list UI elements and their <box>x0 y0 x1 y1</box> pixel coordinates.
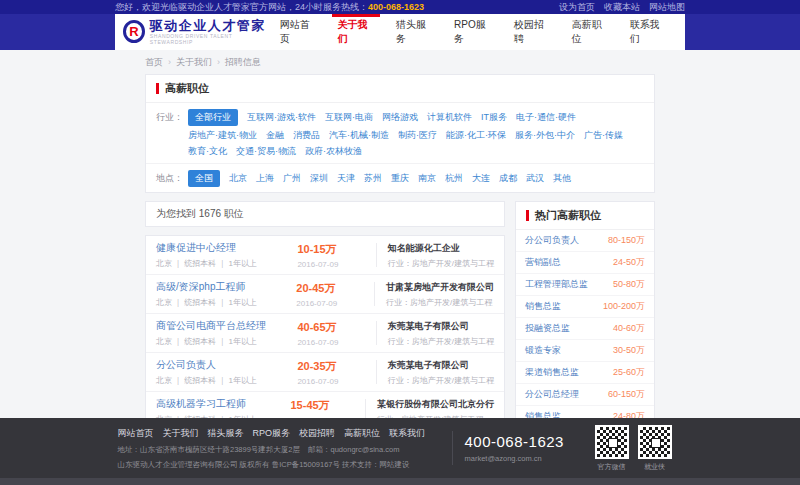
hot-job-item[interactable]: 营销副总 24-50万 <box>516 252 654 274</box>
hot-job-item[interactable]: 分公司负责人 80-150万 <box>516 230 654 252</box>
nav-item-label: 猎头服务 <box>396 18 432 46</box>
job-salary: 20-45万 <box>296 281 374 296</box>
job-meta: 北京 ｜ 统招本科 ｜ 1年以上 <box>156 336 297 347</box>
location-chip[interactable]: 苏州 <box>364 172 382 185</box>
industry-chip[interactable]: 政府·农林牧渔 <box>305 145 362 158</box>
industry-chip[interactable]: 交通·贸易·物流 <box>236 145 296 158</box>
industry-filter-row: 行业： 全部行业 互联网·游戏·软件互联网·电商网络游戏计算机软件IT服务电子·… <box>146 103 654 164</box>
topbar-link[interactable]: 网站地图 <box>649 1 685 14</box>
hot-job-salary: 60-150万 <box>608 388 645 401</box>
nav-item[interactable]: 联系我们 <box>619 14 677 50</box>
industry-chip[interactable]: 能源·化工·环保 <box>446 129 506 142</box>
nav-item[interactable]: 关于我们 <box>327 14 385 50</box>
site-header: R 驱动企业人才管家 SHANDONG DRIVEN TALENT STEWAR… <box>0 14 800 50</box>
industry-chip-all[interactable]: 全部行业 <box>188 109 238 126</box>
job-row[interactable]: 商管公司电商平台总经理 北京 ｜ 统招本科 ｜ 1年以上 40-65万 2016… <box>146 314 504 353</box>
location-chip[interactable]: 上海 <box>256 172 274 185</box>
location-chip[interactable]: 成都 <box>499 172 517 185</box>
industry-chip[interactable]: 计算机软件 <box>427 111 472 124</box>
industry-chip[interactable]: 互联网·游戏·软件 <box>247 111 316 124</box>
app-qr-label: 就业侠 <box>638 462 672 472</box>
location-chip[interactable]: 南京 <box>418 172 436 185</box>
hot-job-name[interactable]: 投融资总监 <box>525 322 570 335</box>
location-chip[interactable]: 大连 <box>472 172 490 185</box>
job-title[interactable]: 商管公司电商平台总经理 <box>156 319 297 333</box>
footer-nav-link[interactable]: 高薪职位 <box>344 427 380 440</box>
nav-item[interactable]: 网站首页 <box>269 14 327 50</box>
job-salary: 10-15万 <box>297 242 375 257</box>
location-chip[interactable]: 重庆 <box>391 172 409 185</box>
industry-chip[interactable]: IT服务 <box>481 111 507 124</box>
footer-nav-link[interactable]: 网站首页 <box>118 427 154 440</box>
industry-chip[interactable]: 电子·通信·硬件 <box>516 111 576 124</box>
hot-job-salary: 80-150万 <box>608 234 645 247</box>
hot-job-item[interactable]: 工程管理部总监 50-80万 <box>516 274 654 296</box>
job-industry: 行业：房地产开发/建筑与工程 <box>388 375 494 386</box>
hot-job-salary: 30-50万 <box>613 344 645 357</box>
industry-chip[interactable]: 汽车·机械·制造 <box>329 129 389 142</box>
nav-item[interactable]: 校园招聘 <box>503 14 561 50</box>
industry-chip[interactable]: 服务·外包·中介 <box>515 129 575 142</box>
footer-nav-link[interactable]: 猎头服务 <box>208 427 244 440</box>
job-row[interactable]: 健康促进中心经理 北京 ｜ 统招本科 ｜ 1年以上 10-15万 2016-07… <box>146 236 504 275</box>
main-nav: 网站首页 关于我们 猎头服务 RPO服务 校园招聘 高薪职位 联系我们 <box>269 14 677 50</box>
footer-address: 地址：山东省济南市槐荫区经十路23899号建邦大厦2层 <box>118 445 301 454</box>
hot-job-salary: 50-80万 <box>613 278 645 291</box>
location-chip[interactable]: 天津 <box>337 172 355 185</box>
footer-nav-link[interactable]: 关于我们 <box>163 427 199 440</box>
hot-job-name[interactable]: 锻造专家 <box>525 344 561 357</box>
job-title[interactable]: 分公司负责人 <box>156 358 297 372</box>
location-chip[interactable]: 北京 <box>229 172 247 185</box>
topbar-link[interactable]: 收藏本站 <box>604 1 640 14</box>
industry-chip[interactable]: 制药·医疗 <box>398 129 437 142</box>
job-row[interactable]: 高级/资深php工程师 北京 ｜ 统招本科 ｜ 1年以上 20-45万 2016… <box>146 275 504 314</box>
industry-chip[interactable]: 互联网·电商 <box>325 111 373 124</box>
location-chip[interactable]: 武汉 <box>526 172 544 185</box>
hot-job-name[interactable]: 销售总监 <box>525 300 561 313</box>
hot-job-name[interactable]: 分公司负责人 <box>525 234 579 247</box>
site-logo[interactable]: R 驱动企业人才管家 SHANDONG DRIVEN TALENT STEWAR… <box>123 19 269 45</box>
breadcrumb-item[interactable]: 关于我们 <box>176 57 225 67</box>
nav-item[interactable]: 猎头服务 <box>385 14 443 50</box>
hot-job-name[interactable]: 分公司总经理 <box>525 388 579 401</box>
industry-chip[interactable]: 金融 <box>266 129 284 142</box>
job-title[interactable]: 高级机器学习工程师 <box>156 397 290 411</box>
hot-job-item[interactable]: 锻造专家 30-50万 <box>516 340 654 362</box>
job-title[interactable]: 高级/资深php工程师 <box>156 280 296 294</box>
location-chip[interactable]: 广州 <box>283 172 301 185</box>
topbar-link[interactable]: 设为首页 <box>559 1 595 14</box>
job-row[interactable]: 分公司负责人 北京 ｜ 统招本科 ｜ 1年以上 20-35万 2016-07-0… <box>146 353 504 392</box>
job-title[interactable]: 健康促进中心经理 <box>156 241 297 255</box>
job-salary: 15-45万 <box>290 398 365 413</box>
hot-job-salary: 24-50万 <box>613 256 645 269</box>
location-chip[interactable]: 杭州 <box>445 172 463 185</box>
industry-chip[interactable]: 广告·传媒 <box>584 129 623 142</box>
hot-job-name[interactable]: 渠道销售总监 <box>525 366 579 379</box>
breadcrumb-item[interactable]: 首页 <box>145 57 176 67</box>
hot-job-item[interactable]: 分公司总经理 60-150万 <box>516 384 654 406</box>
job-salary: 20-35万 <box>297 359 375 374</box>
industry-chip[interactable]: 房地产·建筑·物业 <box>188 129 257 142</box>
footer-nav-link[interactable]: 校园招聘 <box>299 427 335 440</box>
job-meta: 北京 ｜ 统招本科 ｜ 1年以上 <box>156 375 297 386</box>
logo-subtitle: SHANDONG DRIVEN TALENT STEWARDSHIP <box>150 33 269 45</box>
job-meta: 北京 ｜ 统招本科 ｜ 1年以上 <box>156 297 296 308</box>
hot-job-item[interactable]: 销售总监 100-200万 <box>516 296 654 318</box>
hot-job-name[interactable]: 工程管理部总监 <box>525 278 588 291</box>
nav-item[interactable]: RPO服务 <box>443 14 503 50</box>
footer-nav-link[interactable]: RPO服务 <box>253 427 291 440</box>
location-chip[interactable]: 深圳 <box>310 172 328 185</box>
industry-chip[interactable]: 消费品 <box>293 129 320 142</box>
hot-job-name[interactable]: 营销副总 <box>525 256 561 269</box>
breadcrumb-item[interactable]: 招聘信息 <box>225 57 261 67</box>
location-chip-all[interactable]: 全国 <box>188 170 220 187</box>
footer-nav-link[interactable]: 联系我们 <box>389 427 425 440</box>
industry-chip[interactable]: 网络游戏 <box>382 111 418 124</box>
hot-job-item[interactable]: 投融资总监 40-60万 <box>516 318 654 340</box>
industry-chip[interactable]: 教育·文化 <box>188 145 227 158</box>
filter-panel: 高薪职位 行业： 全部行业 互联网·游戏·软件互联网·电商网络游戏计算机软件IT… <box>145 74 655 193</box>
location-chip[interactable]: 其他 <box>553 172 571 185</box>
nav-item[interactable]: 高薪职位 <box>561 14 619 50</box>
job-industry: 行业：房地产开发/建筑与工程 <box>386 297 494 308</box>
hot-job-item[interactable]: 渠道销售总监 25-60万 <box>516 362 654 384</box>
